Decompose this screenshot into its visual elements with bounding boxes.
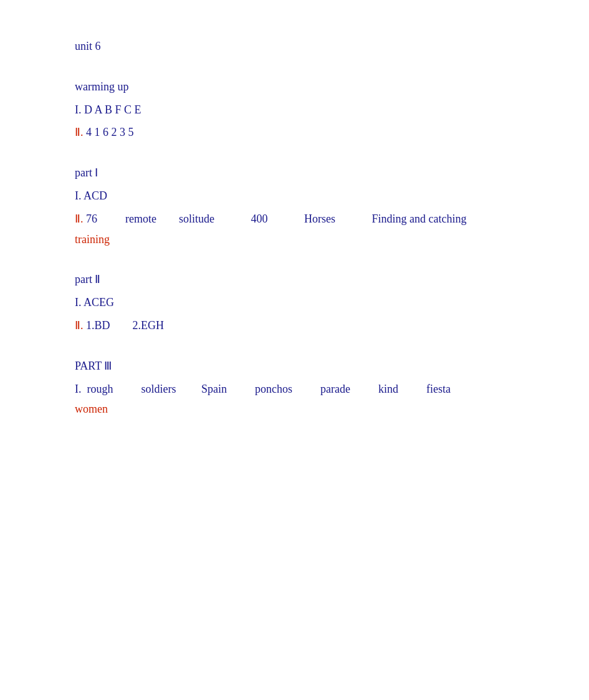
warming-up-item-I: I. D A B F C E bbox=[75, 101, 514, 119]
warming-up-text: warming up bbox=[75, 80, 128, 93]
roman-II-warming: Ⅱ. bbox=[75, 126, 84, 138]
partIII-I-answers-line1: rough soldiers Spain ponchos parade kind… bbox=[82, 383, 451, 395]
warming-up-item-II: Ⅱ. 4 1 6 2 3 5 bbox=[75, 123, 514, 141]
unit-title: unit 6 bbox=[75, 40, 101, 52]
part-III-text: PART Ⅲ bbox=[75, 360, 112, 372]
roman-I-partI: I. bbox=[75, 189, 82, 202]
part-I-item-II: Ⅱ. 76 remote solitude 400 Horses Finding… bbox=[75, 210, 514, 249]
part-III-item-I: I. rough soldiers Spain ponchos parade k… bbox=[75, 380, 514, 419]
part-I-section: part Ⅰ I. ACD Ⅱ. 76 remote solitude 400 … bbox=[75, 164, 514, 248]
part-I-text: part Ⅰ bbox=[75, 166, 98, 179]
roman-I-partIII: I. bbox=[75, 383, 82, 395]
unit-title-section: unit 6 bbox=[75, 37, 514, 55]
partI-II-answers-line2: training bbox=[75, 231, 514, 249]
warming-II-answers: 4 1 6 2 3 5 bbox=[84, 126, 134, 138]
partI-I-answers: ACD bbox=[82, 189, 108, 202]
partII-II-answers: 1.BD 2.EGH bbox=[84, 319, 165, 332]
part-II-section: part Ⅱ I. ACEG Ⅱ. 1.BD 2.EGH bbox=[75, 271, 514, 334]
part-II-label: part Ⅱ bbox=[75, 271, 514, 289]
warming-I-answers: D A B F C E bbox=[82, 103, 141, 116]
partII-I-answers: ACEG bbox=[82, 296, 115, 309]
part-II-item-II: Ⅱ. 1.BD 2.EGH bbox=[75, 317, 514, 335]
part-III-label: PART Ⅲ bbox=[75, 357, 514, 375]
roman-I-warming: I. bbox=[75, 103, 82, 116]
warming-up-label: warming up bbox=[75, 78, 514, 96]
part-II-text: part Ⅱ bbox=[75, 273, 100, 285]
part-II-item-I: I. ACEG bbox=[75, 294, 514, 312]
partI-II-answers-line1: 76 remote solitude 400 Horses Finding an… bbox=[84, 213, 467, 225]
part-I-item-I: I. ACD bbox=[75, 187, 514, 205]
roman-I-partII: I. bbox=[75, 296, 82, 309]
page-container: unit 6 warming up I. D A B F C E Ⅱ. 4 1 … bbox=[0, 0, 589, 478]
roman-II-partI: Ⅱ. bbox=[75, 213, 84, 225]
part-III-section: PART Ⅲ I. rough soldiers Spain ponchos p… bbox=[75, 357, 514, 418]
warming-up-section: warming up I. D A B F C E Ⅱ. 4 1 6 2 3 5 bbox=[75, 78, 514, 141]
partIII-I-answers-line2: women bbox=[75, 400, 514, 418]
part-I-label: part Ⅰ bbox=[75, 164, 514, 182]
roman-II-partII: Ⅱ. bbox=[75, 319, 84, 332]
